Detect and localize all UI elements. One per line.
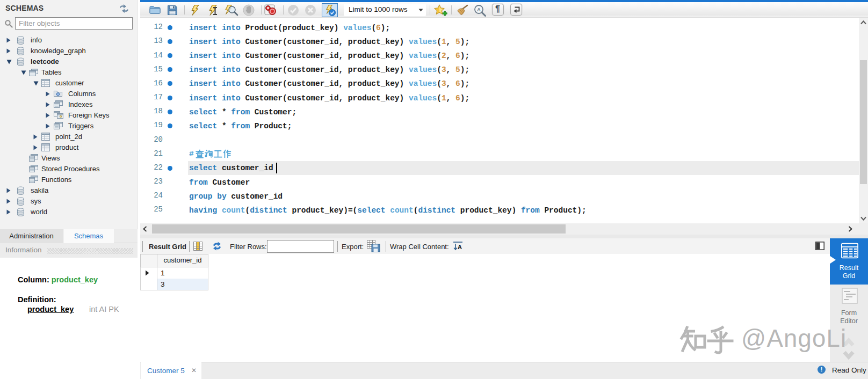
svg-text:A: A xyxy=(477,7,481,12)
svg-text:A: A xyxy=(458,244,462,250)
